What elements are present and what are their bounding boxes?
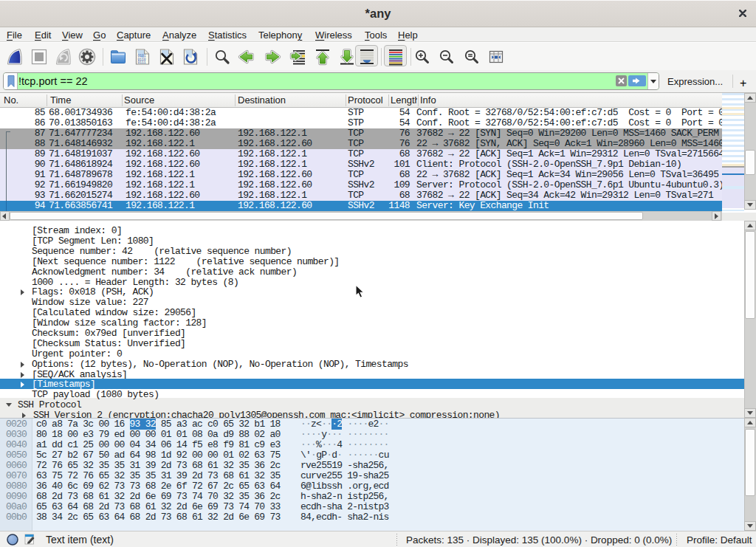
svg-text:0111: 0111 (138, 61, 146, 64)
